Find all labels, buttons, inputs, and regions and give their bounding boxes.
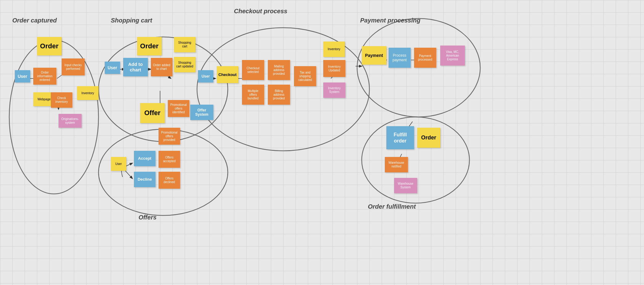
section-label-checkout-process: Checkout process: [234, 8, 287, 15]
svg-point-1: [99, 37, 228, 142]
note-order-captured-order-info: Order information entered: [33, 68, 56, 85]
note-checkout-checkout-selected: Checkout selected: [242, 60, 264, 80]
note-checkout-user: User: [198, 70, 213, 82]
note-shopping-cart-offer: Offer: [140, 103, 165, 123]
section-label-payment-processing: Payment processing: [360, 17, 421, 24]
note-checkout-inventory-system: Inventory System: [323, 82, 345, 98]
note-checkout-mailing-address: Mailing address provided: [268, 60, 290, 80]
note-offers-declined: Offers declined: [159, 172, 180, 189]
svg-point-4: [357, 18, 480, 117]
note-shopping-cart-add-to-chart: Add to chart: [123, 58, 148, 76]
note-payment-warehouse-system: Warehouse System: [394, 178, 417, 193]
note-payment-payment-processed: Payment processed: [414, 48, 436, 68]
section-label-shopping-cart: Shopping cart: [111, 17, 152, 24]
section-label-order-captured: Order captured: [12, 17, 57, 24]
note-checkout-billing-address: Billing address provided: [268, 85, 290, 105]
note-shopping-cart-promo-provided: Promotional offers provided: [159, 128, 180, 145]
section-label-order-fulfillment: Order fulfillment: [368, 203, 416, 210]
note-payment-process-payment: Process payment: [388, 48, 411, 68]
note-shopping-cart-order-added: Order added to chart: [151, 58, 172, 76]
note-offers-accept: Accept: [134, 151, 155, 166]
note-shopping-cart-promo-identified: Promotional offers identified: [168, 100, 189, 117]
note-checkout-tax-shipping: Tax and shipping calculated: [294, 66, 316, 86]
note-checkout-inventory-updated: Inventory Updated: [323, 60, 345, 77]
note-offers-decline: Decline: [134, 172, 155, 187]
section-label-offers: Offers: [139, 214, 157, 221]
note-shopping-cart-user: User: [105, 62, 120, 74]
note-offers-user: User: [111, 157, 126, 171]
note-order-captured-originations: Originations-system: [58, 114, 82, 128]
note-payment-order: Order: [417, 128, 440, 148]
note-checkout-inventory: Inventory: [323, 42, 345, 57]
note-payment-fulfill-order: Fulfill order: [386, 126, 414, 149]
note-payment-visa: Visa, MC, American Express: [440, 46, 465, 66]
note-shopping-cart-offer-system: Offer System: [190, 105, 213, 120]
note-order-captured-input-checks: Input checks performed: [62, 58, 85, 75]
note-checkout-checkout: Checkout: [217, 66, 238, 83]
note-order-captured-order: Order: [37, 37, 62, 55]
svg-point-0: [9, 40, 99, 194]
note-shopping-cart-shopping-cart-updated: Shopping cart updated: [174, 57, 195, 72]
note-shopping-cart-order: Order: [137, 37, 162, 55]
note-order-captured-user: User: [15, 70, 30, 82]
note-payment-warehouse-notified: Warehouse notified: [385, 157, 408, 172]
note-payment-payment: Payment: [362, 46, 386, 65]
note-shopping-cart-shopping-cart: Shopping cart: [174, 37, 195, 52]
note-checkout-multiple-offers: Multiple offers bundled: [242, 85, 264, 105]
note-order-captured-check-inventory: Check inventory: [51, 92, 72, 108]
note-order-captured-inventory: Inventory: [77, 86, 99, 100]
note-offers-accepted: Offers accepted: [159, 151, 180, 168]
